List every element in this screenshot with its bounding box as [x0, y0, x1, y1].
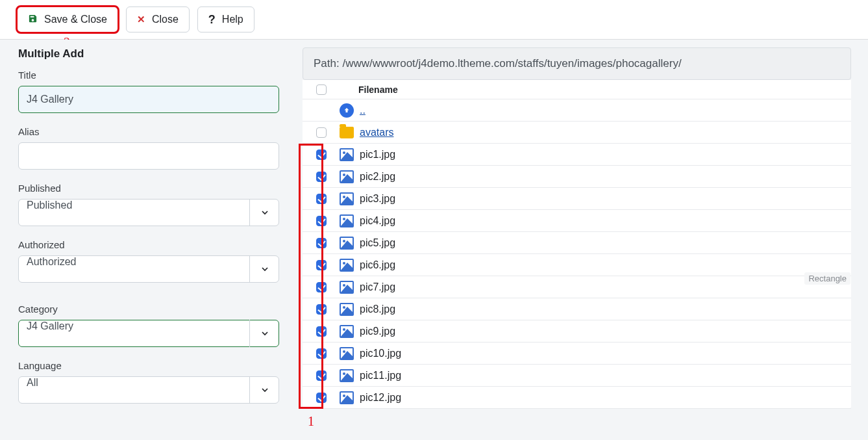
- file-name[interactable]: ..: [357, 105, 847, 116]
- image-icon: [336, 347, 357, 360]
- toolbar: Save & Close ✕ Close ? Help 2: [0, 0, 868, 40]
- image-icon: [336, 237, 357, 250]
- field-title: Title: [18, 70, 279, 113]
- file-row: pic11.jpg: [303, 365, 851, 387]
- image-icon: [336, 281, 357, 294]
- file-row: pic7.jpg: [303, 276, 851, 298]
- category-label: Category: [18, 304, 279, 315]
- file-checkbox[interactable]: [316, 326, 327, 337]
- select-all-checkbox[interactable]: [316, 84, 327, 95]
- file-panel: Path: /www/wwwroot/j4demo.ltheme.com/sta…: [288, 47, 868, 440]
- image-icon: [336, 325, 357, 338]
- file-name: pic11.jpg: [357, 370, 847, 382]
- save-icon: [28, 14, 38, 25]
- file-row: avatars: [303, 122, 851, 144]
- field-category: Category J4 Gallery: [18, 304, 279, 347]
- file-row: pic4.jpg: [303, 210, 851, 232]
- file-row: pic3.jpg: [303, 188, 851, 210]
- image-icon: [336, 369, 357, 382]
- file-row: pic8.jpg: [303, 298, 851, 320]
- title-label: Title: [18, 70, 279, 81]
- file-row: pic2.jpg: [303, 166, 851, 188]
- file-checkbox[interactable]: [316, 149, 327, 160]
- image-icon: [336, 170, 357, 183]
- close-button[interactable]: ✕ Close: [126, 6, 190, 32]
- file-name: pic7.jpg: [357, 281, 847, 293]
- alias-input[interactable]: [18, 142, 279, 170]
- authorized-select[interactable]: Authorized: [18, 255, 279, 283]
- file-checkbox[interactable]: [316, 260, 327, 270]
- title-input[interactable]: [18, 86, 279, 113]
- file-checkbox[interactable]: [316, 127, 327, 138]
- language-label: Language: [18, 360, 279, 371]
- file-name: pic2.jpg: [357, 171, 847, 183]
- close-icon: ✕: [137, 14, 145, 25]
- file-name: pic8.jpg: [357, 304, 847, 315]
- file-row: ..: [303, 99, 851, 122]
- save-close-button[interactable]: Save & Close: [17, 6, 118, 32]
- help-label: Help: [222, 14, 243, 25]
- header-filename: Filename: [357, 84, 847, 95]
- file-checkbox[interactable]: [316, 282, 327, 292]
- annotation-1: 1: [308, 414, 314, 429]
- image-icon: [336, 214, 357, 227]
- section-heading: Multiple Add: [18, 47, 279, 60]
- save-close-label: Save & Close: [44, 14, 107, 25]
- up-icon: [336, 103, 357, 118]
- file-name: pic4.jpg: [357, 215, 847, 227]
- help-button[interactable]: ? Help: [197, 6, 254, 32]
- image-icon: [336, 259, 357, 272]
- published-label: Published: [18, 183, 279, 194]
- file-table: Filename ..avatarspic1.jpgpic2.jpgpic3.j…: [303, 80, 851, 409]
- image-icon: [336, 391, 357, 404]
- field-alias: Alias: [18, 126, 279, 170]
- close-label: Close: [152, 14, 179, 25]
- sidebar-form: Multiple Add Title Alias Published Publi…: [0, 47, 288, 440]
- file-checkbox[interactable]: [316, 348, 327, 359]
- file-name: pic5.jpg: [357, 237, 847, 249]
- path-bar: Path: /www/wwwroot/j4demo.ltheme.com/sta…: [303, 47, 851, 80]
- alias-label: Alias: [18, 126, 279, 137]
- file-row: pic10.jpg: [303, 343, 851, 365]
- file-row: pic5.jpg: [303, 232, 851, 254]
- folder-icon: [336, 127, 357, 138]
- file-checkbox[interactable]: [316, 216, 327, 226]
- language-select[interactable]: All: [18, 376, 279, 404]
- file-name: pic9.jpg: [357, 326, 847, 337]
- category-select[interactable]: J4 Gallery: [18, 320, 279, 347]
- field-authorized: Authorized Authorized: [18, 239, 279, 283]
- file-checkbox[interactable]: [316, 370, 327, 381]
- file-checkbox[interactable]: [316, 194, 327, 204]
- field-language: Language All: [18, 360, 279, 404]
- help-icon: ?: [208, 13, 216, 27]
- file-table-header: Filename: [303, 80, 851, 99]
- published-select[interactable]: Published: [18, 199, 279, 226]
- image-icon: [336, 148, 357, 161]
- image-icon: [336, 303, 357, 316]
- image-icon: [336, 192, 357, 205]
- file-name: pic6.jpg: [357, 259, 847, 271]
- file-name: pic10.jpg: [357, 348, 847, 359]
- file-row: pic1.jpg: [303, 144, 851, 166]
- file-name: pic1.jpg: [357, 149, 847, 161]
- file-name[interactable]: avatars: [357, 127, 847, 138]
- authorized-label: Authorized: [18, 239, 279, 250]
- main-area: Multiple Add Title Alias Published Publi…: [0, 40, 868, 440]
- file-checkbox[interactable]: [316, 304, 327, 315]
- file-checkbox[interactable]: [316, 393, 327, 403]
- field-published: Published Published: [18, 183, 279, 226]
- file-checkbox[interactable]: [316, 172, 327, 182]
- file-name: pic12.jpg: [357, 392, 847, 404]
- file-name: pic3.jpg: [357, 193, 847, 205]
- file-row: pic9.jpg: [303, 320, 851, 343]
- file-checkbox[interactable]: [316, 238, 327, 248]
- file-row: pic12.jpg: [303, 387, 851, 409]
- file-row: pic6.jpg: [303, 254, 851, 276]
- rectangle-tooltip: Rectangle: [804, 272, 850, 285]
